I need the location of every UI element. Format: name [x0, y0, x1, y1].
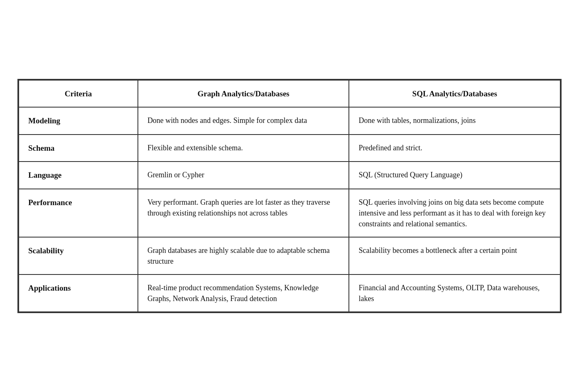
row-0-graph: Done with nodes and edges. Simple for co…: [138, 107, 349, 135]
row-0-criteria: Modeling: [19, 107, 138, 135]
row-4-sql: Scalability becomes a bottleneck after a…: [349, 237, 560, 274]
header-graph: Graph Analytics/Databases: [138, 80, 349, 108]
row-3-sql: SQL queries involving joins on big data …: [349, 189, 560, 237]
comparison-table-wrapper: Criteria Graph Analytics/Databases SQL A…: [17, 79, 562, 314]
row-3-graph: Very performant. Graph queries are lot f…: [138, 189, 349, 237]
table-row: PerformanceVery performant. Graph querie…: [19, 189, 560, 237]
row-2-sql: SQL (Structured Query Language): [349, 162, 560, 189]
row-2-criteria: Language: [19, 162, 138, 189]
row-4-graph: Graph databases are highly scalable due …: [138, 237, 349, 274]
row-1-sql: Predefined and strict.: [349, 135, 560, 162]
row-4-criteria: Scalability: [19, 237, 138, 274]
comparison-table: Criteria Graph Analytics/Databases SQL A…: [18, 80, 561, 313]
row-0-sql: Done with tables, normalizations, joins: [349, 107, 560, 135]
table-row: ScalabilityGraph databases are highly sc…: [19, 237, 560, 274]
row-5-graph: Real-time product recommendation Systems…: [138, 274, 349, 312]
table-header-row: Criteria Graph Analytics/Databases SQL A…: [19, 80, 560, 108]
row-1-graph: Flexible and extensible schema.: [138, 135, 349, 162]
header-sql: SQL Analytics/Databases: [349, 80, 560, 108]
row-3-criteria: Performance: [19, 189, 138, 237]
table-row: LanguageGremlin or CypherSQL (Structured…: [19, 162, 560, 189]
row-5-criteria: Applications: [19, 274, 138, 312]
table-row: ModelingDone with nodes and edges. Simpl…: [19, 107, 560, 135]
row-5-sql: Financial and Accounting Systems, OLTP, …: [349, 274, 560, 312]
table-row: SchemaFlexible and extensible schema.Pre…: [19, 135, 560, 162]
header-criteria: Criteria: [19, 80, 138, 108]
table-row: ApplicationsReal-time product recommenda…: [19, 274, 560, 312]
row-1-criteria: Schema: [19, 135, 138, 162]
row-2-graph: Gremlin or Cypher: [138, 162, 349, 189]
